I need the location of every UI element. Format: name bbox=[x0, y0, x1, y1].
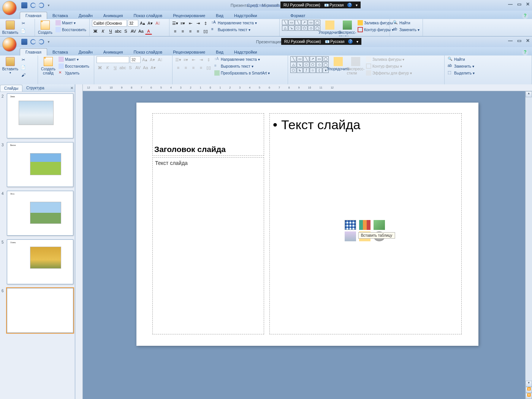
fg-copy-icon[interactable]: 📄 bbox=[20, 64, 27, 71]
content-placeholder[interactable]: Текст слайда Вставить таблицу bbox=[269, 113, 462, 334]
select-button[interactable]: ⬚Выделить ▾ bbox=[447, 70, 475, 76]
insert-smartart-icon[interactable] bbox=[374, 220, 385, 230]
dedent-icon[interactable]: ⇤ bbox=[187, 20, 194, 27]
fg-maximize-icon[interactable]: ▭ bbox=[517, 38, 521, 43]
quick-styles-button[interactable]: Экспресс-стили bbox=[348, 56, 364, 76]
layout-button[interactable]: Макет ▾ bbox=[58, 56, 90, 62]
underline-icon[interactable]: Ч bbox=[107, 28, 114, 35]
font-name-input[interactable] bbox=[97, 56, 129, 63]
paste-button[interactable]: Вставить▾ bbox=[2, 56, 18, 75]
shape-fill-button[interactable]: Заливка фигуры ▾ bbox=[365, 56, 413, 62]
columns-icon[interactable]: ▯▯ bbox=[202, 28, 209, 35]
subtitle-placeholder[interactable]: Текст слайда bbox=[152, 157, 264, 334]
restore-button[interactable]: Восстановить bbox=[58, 63, 90, 69]
bg-tab-format[interactable]: Формат bbox=[285, 12, 310, 19]
fg-language-bar[interactable]: RU Русский (Россия) 📧 Русская ? ▾ bbox=[281, 38, 361, 45]
clear-format-icon[interactable]: Aͯ bbox=[154, 20, 161, 27]
slide-thumb[interactable]: 4 Лето bbox=[2, 191, 73, 236]
fg-office-button[interactable] bbox=[2, 37, 17, 52]
qat-dropdown-icon[interactable]: ▼ bbox=[47, 4, 50, 7]
delete-button[interactable]: ✕Удалить bbox=[58, 70, 90, 76]
fg-columns-icon[interactable]: ▯▯ bbox=[205, 64, 212, 71]
slide-canvas[interactable]: Заголовок слайда Текст слайда Текст слай… bbox=[136, 103, 478, 346]
fg-shrink-font-icon[interactable]: A▾ bbox=[149, 56, 156, 63]
slide-thumb[interactable]: 3 Весна bbox=[2, 142, 73, 187]
bold-icon[interactable]: Ж bbox=[92, 28, 99, 35]
shape-outline-button[interactable]: Контур фигуры ▾ bbox=[365, 63, 413, 69]
fg-justify-icon[interactable]: ≡ bbox=[198, 64, 204, 71]
align-center-icon[interactable]: ≡ bbox=[179, 28, 186, 35]
undo-icon[interactable] bbox=[30, 3, 36, 8]
tab-insert[interactable]: Вставка bbox=[47, 49, 73, 55]
fg-format-painter-icon[interactable]: 🖌 bbox=[20, 71, 27, 78]
slide-thumb[interactable]: 2 Зима bbox=[2, 93, 73, 138]
bg-tab-slideshow[interactable]: Показ слайдов bbox=[128, 12, 168, 19]
replace-button[interactable]: abЗаменить ▾ bbox=[447, 63, 475, 69]
bg-replace-button[interactable]: abЗаменить ▾ bbox=[392, 27, 420, 33]
fg-clear-format-icon[interactable]: Aͯ bbox=[157, 56, 163, 63]
slide-thumb[interactable]: 5 Осень bbox=[2, 239, 73, 284]
slides-list[interactable]: 2 Зима 3 Весна 4 Лето 5 Осень 6 bbox=[0, 92, 75, 399]
bg-shapes-gallery[interactable]: ╲▭╲↗▭◯ △↘⬡⬠◇◯ bbox=[282, 20, 320, 31]
fg-italic-icon[interactable]: К bbox=[104, 64, 111, 71]
bg-font-size[interactable] bbox=[128, 20, 138, 27]
fg-bold-icon[interactable]: Ж bbox=[97, 64, 103, 71]
tab-home[interactable]: Главная bbox=[20, 48, 47, 55]
fg-minimize-icon[interactable]: ― bbox=[508, 38, 513, 43]
fg-change-case-icon[interactable]: Aa bbox=[142, 64, 149, 71]
save-icon[interactable] bbox=[21, 2, 27, 8]
fg-help-icon[interactable]: ? bbox=[522, 49, 528, 55]
fg-strike-icon[interactable]: abc bbox=[119, 64, 126, 71]
minimize-icon[interactable]: ― bbox=[508, 2, 513, 7]
align-left-icon[interactable]: ≡ bbox=[172, 28, 179, 35]
prev-slide-icon[interactable]: ⏫ bbox=[526, 387, 532, 393]
subtitle-text[interactable]: Текст слайда bbox=[153, 158, 264, 168]
tab-view[interactable]: Вид bbox=[211, 49, 229, 55]
font-color-icon[interactable]: A bbox=[145, 28, 152, 35]
new-slide-button[interactable]: Создать слайд bbox=[40, 56, 56, 76]
text-direction-button[interactable]: ↕AНаправление текста ▾ bbox=[214, 56, 271, 62]
align-text-button[interactable]: ≡Выровнять текст ▾ bbox=[214, 63, 271, 69]
insert-table-icon[interactable] bbox=[345, 220, 356, 230]
fg-qat-dropdown-icon[interactable]: ▼ bbox=[47, 40, 50, 44]
fg-align-left-icon[interactable]: ≡ bbox=[175, 64, 182, 71]
bg-tab-review[interactable]: Рецензирование bbox=[168, 12, 211, 19]
bg-quick-styles[interactable]: Экспресс-стили bbox=[339, 20, 355, 36]
office-button[interactable] bbox=[2, 1, 17, 15]
fg-indent-icon[interactable]: ⇥ bbox=[198, 56, 204, 63]
find-button[interactable]: 🔍Найти bbox=[447, 56, 475, 62]
change-case-icon[interactable]: Aa bbox=[138, 28, 144, 35]
bg-layout-button[interactable]: Макет ▾ bbox=[55, 20, 87, 26]
panel-tab-slides[interactable]: Слайды bbox=[0, 85, 22, 92]
italic-icon[interactable]: К bbox=[100, 28, 106, 35]
redo-icon[interactable] bbox=[39, 3, 44, 8]
insert-chart-icon[interactable] bbox=[359, 220, 370, 230]
tab-design[interactable]: Дизайн bbox=[73, 49, 98, 55]
line-spacing-icon[interactable]: ‡ bbox=[202, 20, 209, 27]
bg-restore-button[interactable]: Восстановить bbox=[55, 27, 87, 33]
bg-paste-button[interactable]: Вставить bbox=[2, 20, 18, 35]
title-text[interactable]: Заголовок слайда bbox=[153, 143, 227, 155]
body-text[interactable]: Текст слайда bbox=[270, 114, 461, 136]
title-placeholder[interactable]: Заголовок слайда bbox=[152, 113, 264, 156]
bg-tab-addins[interactable]: Надстройки bbox=[229, 12, 262, 19]
numbering-icon[interactable]: ≡▾ bbox=[179, 20, 186, 27]
fg-align-center-icon[interactable]: ≡ bbox=[182, 64, 189, 71]
scroll-down-icon[interactable]: ▼ bbox=[526, 381, 532, 387]
next-slide-icon[interactable]: ⏬ bbox=[526, 393, 532, 399]
bg-tab-anim[interactable]: Анимация bbox=[98, 12, 128, 19]
tab-anim[interactable]: Анимация bbox=[98, 49, 128, 55]
scroll-up-icon[interactable]: ▲ bbox=[526, 91, 532, 97]
justify-icon[interactable]: ≡ bbox=[195, 28, 201, 35]
fg-dedent-icon[interactable]: ⇤ bbox=[190, 56, 197, 63]
canvas-viewport[interactable]: Заголовок слайда Текст слайда Текст слай… bbox=[83, 84, 532, 399]
fg-bullets-icon[interactable]: ☰▾ bbox=[175, 56, 182, 63]
fg-shadow-icon[interactable]: S bbox=[127, 64, 134, 71]
fg-underline-icon[interactable]: Ч bbox=[112, 64, 119, 71]
slide-thumb[interactable]: 6 bbox=[2, 288, 73, 333]
shadow-icon[interactable]: S bbox=[122, 28, 129, 35]
bg-arrange-button[interactable]: Упорядочить bbox=[322, 20, 338, 35]
scrollbar-vertical[interactable]: ▲ ▼ ⏫ ⏬ bbox=[525, 91, 532, 399]
fg-numbering-icon[interactable]: ≡▾ bbox=[182, 56, 189, 63]
cut-icon[interactable]: ✂ bbox=[20, 20, 27, 27]
